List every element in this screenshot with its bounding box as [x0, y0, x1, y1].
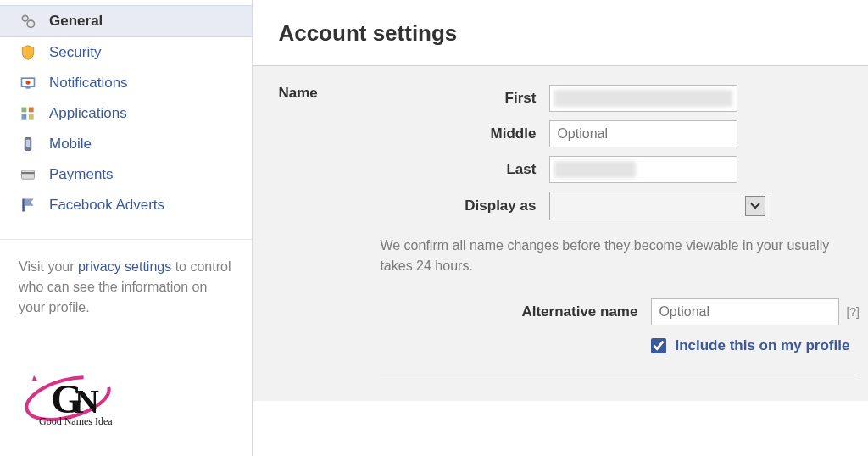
sidebar-item-label: Security [49, 44, 101, 61]
display-as-label: Display as [380, 197, 549, 214]
svg-marker-17 [32, 375, 37, 381]
gear-icon [19, 12, 37, 31]
sidebar-item-general[interactable]: General [0, 5, 252, 37]
sidebar-item-mobile[interactable]: Mobile [0, 129, 252, 159]
page-title: Account settings [253, 0, 868, 65]
sidebar-item-applications[interactable]: Applications [0, 98, 252, 129]
sidebar-privacy-note: Visit your privacy settings to control w… [0, 257, 252, 318]
svg-rect-8 [29, 114, 34, 120]
section-divider [380, 375, 860, 375]
last-name-row: Last [380, 156, 860, 183]
svg-point-0 [22, 15, 28, 21]
middle-name-row: Middle [380, 120, 860, 147]
svg-point-1 [27, 20, 34, 27]
section-label-name: Name [278, 85, 380, 102]
chevron-down-icon [745, 196, 765, 216]
main-content: Account settings Name First Middle Last [253, 0, 868, 456]
sidebar-item-label: Mobile [49, 136, 92, 153]
name-form: First Middle Last Display as [380, 85, 860, 375]
last-name-label: Last [380, 161, 549, 178]
include-profile-checkbox[interactable] [651, 338, 666, 353]
display-as-select[interactable] [549, 192, 771, 220]
redacted-value [554, 161, 636, 178]
sidebar-list: General Security Notifications Applicati… [0, 5, 252, 240]
alternative-name-label: Alternative name [380, 303, 651, 320]
svg-rect-3 [26, 87, 31, 89]
middle-name-input[interactable] [549, 120, 737, 147]
svg-rect-5 [22, 108, 27, 113]
sidebar-item-label: Facebook Adverts [49, 197, 164, 214]
privacy-settings-link[interactable]: privacy settings [78, 259, 171, 274]
sidebar-item-payments[interactable]: Payments [0, 159, 252, 190]
sidebar-item-label: Payments [49, 166, 114, 183]
sidebar-item-label: Notifications [49, 75, 128, 92]
alternative-name-row: Alternative name [?] [380, 298, 860, 325]
name-section: Name First Middle Last [253, 65, 868, 401]
redacted-value [554, 90, 732, 107]
svg-text:Good Names Idea: Good Names Idea [39, 415, 113, 427]
sidebar-item-label: Applications [49, 105, 127, 122]
svg-rect-6 [29, 108, 34, 113]
card-icon [19, 165, 37, 184]
display-as-row: Display as [380, 192, 860, 220]
sidebar-item-adverts[interactable]: Facebook Adverts [0, 190, 252, 220]
name-change-note: We confirm all name changes before they … [380, 229, 860, 298]
sidebar: General Security Notifications Applicati… [0, 0, 253, 456]
svg-rect-11 [22, 170, 35, 180]
flag-icon [19, 196, 37, 214]
svg-rect-13 [22, 199, 25, 212]
middle-name-label: Middle [380, 125, 549, 142]
monitor-icon [19, 74, 37, 92]
sidebar-item-security[interactable]: Security [0, 37, 252, 68]
alternative-name-input[interactable] [651, 298, 839, 325]
first-name-row: First [380, 85, 860, 112]
sidebar-item-label: General [49, 13, 103, 30]
svg-point-4 [26, 81, 31, 85]
svg-rect-10 [26, 140, 31, 147]
apps-icon [19, 104, 37, 123]
help-icon[interactable]: [?] [846, 305, 860, 319]
first-name-label: First [380, 90, 549, 107]
mobile-icon [19, 135, 37, 153]
shield-icon [19, 43, 37, 62]
note-prefix: Visit your [19, 259, 78, 274]
watermark-logo: G N Good Names Idea [8, 360, 161, 448]
svg-rect-12 [22, 172, 35, 174]
include-profile-row: Include this on my profile [380, 337, 860, 354]
svg-rect-7 [22, 114, 27, 120]
include-profile-label: Include this on my profile [675, 337, 849, 354]
sidebar-item-notifications[interactable]: Notifications [0, 68, 252, 98]
